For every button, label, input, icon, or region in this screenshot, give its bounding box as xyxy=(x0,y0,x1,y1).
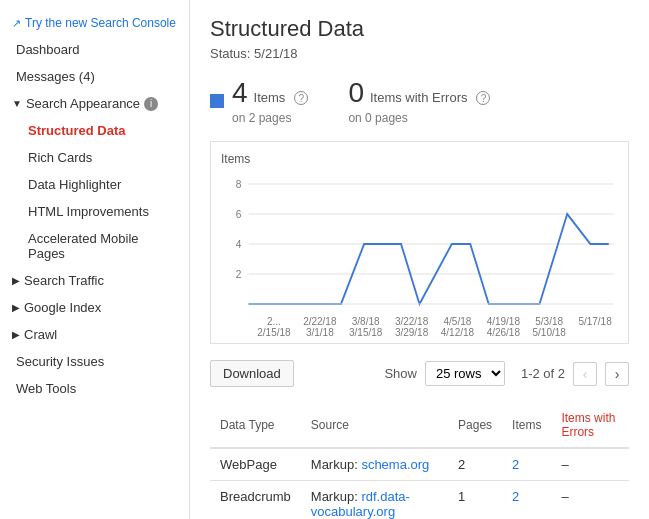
col-data-type: Data Type xyxy=(210,403,301,448)
items-count: 4 xyxy=(232,77,248,109)
info-icon[interactable]: i xyxy=(144,97,158,111)
cell-items-2: 2 xyxy=(502,481,551,520)
download-button[interactable]: Download xyxy=(210,360,294,387)
table-header-row: Data Type Source Pages Items Items with … xyxy=(210,403,629,448)
svg-text:8: 8 xyxy=(236,178,242,190)
x-label-8: 5/17/18 xyxy=(572,316,618,338)
sidebar: ↗ Try the new Search Console Dashboard M… xyxy=(0,0,190,519)
errors-count: 0 xyxy=(348,77,364,109)
chart-area: 8 6 4 2 xyxy=(221,174,618,314)
cell-pages-1: 2 xyxy=(448,448,502,481)
pagination-text: 1-2 of 2 xyxy=(521,366,565,381)
search-appearance-label: Search Appearance xyxy=(26,96,140,111)
x-label-3: 3/8/183/15/18 xyxy=(343,316,389,338)
chart-title: Items xyxy=(221,152,618,166)
table-row: Breadcrumb Markup: rdf.data-vocabulary.o… xyxy=(210,481,629,520)
crawl-label: Crawl xyxy=(24,327,57,342)
items-pages: on 2 pages xyxy=(232,111,308,125)
items-help-icon[interactable]: ? xyxy=(294,91,308,105)
x-label-2: 2/22/183/1/18 xyxy=(297,316,343,338)
chart-x-labels: 2...2/15/18 2/22/183/1/18 3/8/183/15/18 … xyxy=(251,316,618,338)
svg-text:2: 2 xyxy=(236,268,242,280)
cell-pages-2: 1 xyxy=(448,481,502,520)
errors-label: Items with Errors xyxy=(370,90,468,105)
x-label-1: 2...2/15/18 xyxy=(251,316,297,338)
search-traffic-label: Search Traffic xyxy=(24,273,104,288)
sidebar-item-messages[interactable]: Messages (4) xyxy=(0,63,189,90)
chart-container: Items 8 6 4 2 xyxy=(210,141,629,344)
svg-text:4: 4 xyxy=(236,238,242,250)
data-table: Data Type Source Pages Items Items with … xyxy=(210,403,629,519)
cell-data-type-1: WebPage xyxy=(210,448,301,481)
source-link-1[interactable]: schema.org xyxy=(361,457,429,472)
arrow-right-icon-2: ▶ xyxy=(12,302,20,313)
items-color-box xyxy=(210,94,224,108)
show-label: Show xyxy=(384,366,417,381)
source-text-2: Markup: rdf.data-vocabulary.org xyxy=(311,489,410,519)
col-items-with-errors: Items with Errors xyxy=(551,403,629,448)
next-page-button[interactable]: › xyxy=(605,362,629,386)
arrow-right-icon: ▶ xyxy=(12,275,20,286)
arrow-right-icon-3: ▶ xyxy=(12,329,20,340)
sidebar-search-appearance[interactable]: ▼ Search Appearance i xyxy=(0,90,189,117)
toolbar: Download Show 25 rows 1-2 of 2 ‹ › xyxy=(210,360,629,387)
source-link-2[interactable]: rdf.data-vocabulary.org xyxy=(311,489,410,519)
page-title: Structured Data xyxy=(210,16,629,42)
status-line: Status: 5/21/18 xyxy=(210,46,629,61)
prev-page-button[interactable]: ‹ xyxy=(573,362,597,386)
x-label-6: 4/19/184/26/18 xyxy=(480,316,526,338)
show-rows: Show 25 rows xyxy=(384,361,505,386)
col-pages: Pages xyxy=(448,403,502,448)
sidebar-item-rich-cards[interactable]: Rich Cards xyxy=(8,144,189,171)
sidebar-item-structured-data[interactable]: Structured Data xyxy=(8,117,189,144)
chart-svg: 8 6 4 2 xyxy=(221,174,618,314)
stats-row: 4 Items ? on 2 pages 0 Items with Errors… xyxy=(210,77,629,125)
main-content: Structured Data Status: 5/21/18 4 Items … xyxy=(190,0,649,519)
sidebar-item-web-tools[interactable]: Web Tools xyxy=(0,375,189,402)
toolbar-pagination: 1-2 of 2 ‹ › xyxy=(521,362,629,386)
col-source: Source xyxy=(301,403,448,448)
source-text-1: Markup: schema.org xyxy=(311,457,430,472)
try-new-link[interactable]: Try the new Search Console xyxy=(25,16,176,30)
sidebar-item-html-improvements[interactable]: HTML Improvements xyxy=(8,198,189,225)
rows-select[interactable]: 25 rows xyxy=(425,361,505,386)
search-appearance-submenu: Structured Data Rich Cards Data Highligh… xyxy=(0,117,189,267)
sidebar-search-traffic[interactable]: ▶ Search Traffic xyxy=(0,267,189,294)
google-index-label: Google Index xyxy=(24,300,101,315)
cell-source-1: Markup: schema.org xyxy=(301,448,448,481)
sidebar-crawl[interactable]: ▶ Crawl xyxy=(0,321,189,348)
errors-stat: 0 Items with Errors ? on 0 pages xyxy=(348,77,490,125)
x-label-5: 4/5/184/12/18 xyxy=(435,316,481,338)
errors-pages: on 0 pages xyxy=(348,111,490,125)
items-stat: 4 Items ? on 2 pages xyxy=(210,77,308,125)
col-items: Items xyxy=(502,403,551,448)
items-link-2[interactable]: 2 xyxy=(512,489,519,504)
external-link-icon: ↗ xyxy=(12,17,21,30)
arrow-down-icon: ▼ xyxy=(12,98,22,109)
try-new-search-console[interactable]: ↗ Try the new Search Console xyxy=(0,10,189,36)
sidebar-item-dashboard[interactable]: Dashboard xyxy=(0,36,189,63)
svg-text:6: 6 xyxy=(236,208,242,220)
cell-data-type-2: Breadcrumb xyxy=(210,481,301,520)
table-row: WebPage Markup: schema.org 2 2 – xyxy=(210,448,629,481)
cell-source-2: Markup: rdf.data-vocabulary.org xyxy=(301,481,448,520)
items-label: Items xyxy=(254,90,286,105)
cell-items-1: 2 xyxy=(502,448,551,481)
sidebar-item-security-issues[interactable]: Security Issues xyxy=(0,348,189,375)
x-label-4: 3/22/183/29/18 xyxy=(389,316,435,338)
sidebar-item-data-highlighter[interactable]: Data Highlighter xyxy=(8,171,189,198)
sidebar-item-amp[interactable]: Accelerated Mobile Pages xyxy=(8,225,189,267)
items-link-1[interactable]: 2 xyxy=(512,457,519,472)
sidebar-google-index[interactable]: ▶ Google Index xyxy=(0,294,189,321)
cell-errors-2: – xyxy=(551,481,629,520)
x-label-7: 5/3/185/10/18 xyxy=(526,316,572,338)
errors-help-icon[interactable]: ? xyxy=(476,91,490,105)
cell-errors-1: – xyxy=(551,448,629,481)
